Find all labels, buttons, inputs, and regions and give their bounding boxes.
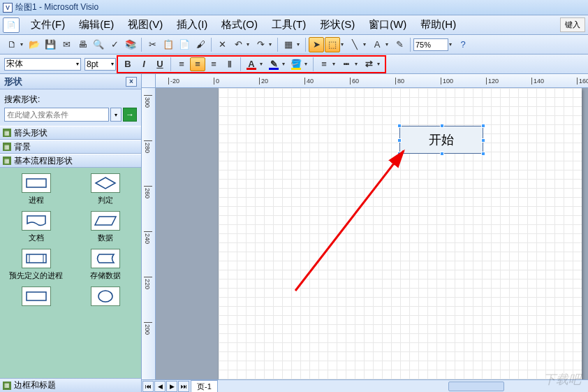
nav-last-button[interactable]: ⏭ xyxy=(178,381,189,392)
font-name-combo[interactable]: 宋体▾ xyxy=(4,58,81,71)
separator xyxy=(305,38,306,52)
stencil-backgrounds[interactable]: ▦背景 xyxy=(0,140,141,154)
menu-window[interactable]: 窗口(W) xyxy=(362,16,413,34)
office-button-icon[interactable]: 📄 xyxy=(3,17,20,33)
pointer-tool-button[interactable]: ➤ xyxy=(309,37,324,52)
line-ends-dropdown[interactable]: ▾ xyxy=(377,61,383,67)
search-go-button[interactable]: → xyxy=(123,108,137,122)
connector-tool-button[interactable]: ⬚ xyxy=(325,37,340,52)
delete-button[interactable]: ✕ xyxy=(214,37,230,52)
undo-button[interactable]: ↶ xyxy=(230,37,246,52)
type-question-box[interactable]: 键入 xyxy=(560,17,585,32)
shapes-dropdown[interactable]: ▾ xyxy=(297,41,302,48)
menu-view[interactable]: 视图(V) xyxy=(121,16,170,34)
redo-button[interactable]: ↷ xyxy=(253,37,268,52)
format-painter-button[interactable]: 🖌 xyxy=(193,37,208,52)
shape-decision[interactable]: 判定 xyxy=(72,173,138,205)
resize-handle-sw[interactable] xyxy=(397,152,402,156)
ink-button[interactable]: ✎ xyxy=(392,37,407,52)
menu-edit[interactable]: 编辑(E) xyxy=(72,16,121,34)
nav-prev-button[interactable]: ◀ xyxy=(154,381,166,392)
menu-shapes[interactable]: 形状(S) xyxy=(313,16,362,34)
line-weight-button[interactable]: ≡ xyxy=(316,57,332,71)
redo-dropdown[interactable]: ▾ xyxy=(269,41,274,48)
shapes-panel-header: 形状 × xyxy=(0,74,141,89)
help-button[interactable]: ? xyxy=(455,37,471,52)
shape-process[interactable]: 进程 xyxy=(3,173,69,205)
close-panel-button[interactable]: × xyxy=(126,77,137,87)
menu-format[interactable]: 格式(O) xyxy=(214,16,265,34)
page-tab-1[interactable]: 页-1 xyxy=(191,380,218,393)
line-color-button[interactable]: ✎ xyxy=(266,57,281,71)
line-weight-dropdown[interactable]: ▾ xyxy=(332,61,338,67)
menu-help[interactable]: 帮助(H) xyxy=(413,16,463,34)
fill-color-button[interactable]: 🪣 xyxy=(288,57,304,71)
cut-button[interactable]: ✂ xyxy=(145,37,160,52)
start-shape[interactable]: 开始 xyxy=(399,126,483,154)
font-color-button[interactable]: A xyxy=(244,57,259,71)
menu-insert[interactable]: 插入(I) xyxy=(170,16,214,34)
text-tool-button[interactable]: A xyxy=(369,37,385,52)
undo-dropdown[interactable]: ▾ xyxy=(247,41,252,48)
line-pattern-dropdown[interactable]: ▾ xyxy=(355,61,360,67)
resize-handle-se[interactable] xyxy=(481,152,485,156)
align-center-button[interactable]: ≡ xyxy=(190,57,205,71)
menu-file[interactable]: 文件(F) xyxy=(24,16,72,34)
shape-predefined[interactable]: 预先定义的进程 xyxy=(3,249,69,281)
search-input[interactable] xyxy=(4,108,109,122)
spelling-button[interactable]: ✓ xyxy=(107,37,122,52)
resize-handle-w[interactable] xyxy=(397,138,402,143)
zoom-combo[interactable]: 75% xyxy=(413,38,448,51)
font-size-combo[interactable]: 8pt▾ xyxy=(84,58,116,71)
print-preview-button[interactable]: 🔍 xyxy=(91,37,106,52)
distribute-button[interactable]: ⫴ xyxy=(222,57,237,71)
resize-handle-ne[interactable] xyxy=(481,124,485,128)
research-button[interactable]: 📚 xyxy=(123,37,138,52)
bold-button[interactable]: B xyxy=(120,57,135,71)
stencil-arrows[interactable]: ▦箭头形状 xyxy=(0,126,141,140)
zoom-dropdown[interactable]: ▾ xyxy=(449,41,455,48)
paste-button[interactable]: 📄 xyxy=(177,37,192,52)
line-dropdown[interactable]: ▾ xyxy=(363,41,369,48)
hscroll-thumb[interactable] xyxy=(448,382,504,391)
align-right-button[interactable]: ≡ xyxy=(206,57,221,71)
copy-button[interactable]: 📋 xyxy=(161,37,176,52)
shape-storage[interactable]: 存储数据 xyxy=(72,249,138,281)
menu-tools[interactable]: 工具(T) xyxy=(265,16,313,34)
ruler-vertical[interactable]: 300 280 260 240 220 200 xyxy=(142,88,156,379)
drawing-page[interactable]: 开始 xyxy=(219,88,582,379)
ruler-horizontal[interactable]: -20 0 20 40 60 80 100 120 140 160 xyxy=(156,74,588,88)
stencil-flowchart[interactable]: ▦基本流程图形状 xyxy=(0,154,141,168)
print-button[interactable]: 🖶 xyxy=(75,37,90,52)
save-button[interactable]: 💾 xyxy=(43,37,58,52)
new-dropdown[interactable]: ▾ xyxy=(20,41,26,48)
resize-handle-n[interactable] xyxy=(440,124,444,128)
text-dropdown[interactable]: ▾ xyxy=(385,41,391,48)
resize-handle-e[interactable] xyxy=(481,138,485,143)
shape-data[interactable]: 数据 xyxy=(72,211,138,243)
line-ends-button[interactable]: ⇄ xyxy=(361,57,376,71)
align-left-button[interactable]: ≡ xyxy=(174,57,189,71)
line-pattern-button[interactable]: ┅ xyxy=(339,57,354,71)
shape-document[interactable]: 文档 xyxy=(3,211,69,243)
nav-next-button[interactable]: ▶ xyxy=(166,381,177,392)
line-tool-button[interactable]: ╲ xyxy=(347,37,362,52)
open-button[interactable]: 📂 xyxy=(27,37,42,52)
search-dropdown[interactable]: ▾ xyxy=(110,108,122,122)
shapes-window-button[interactable]: ▦ xyxy=(281,37,296,52)
new-button[interactable]: 🗋 xyxy=(4,37,20,52)
resize-handle-nw[interactable] xyxy=(397,124,402,128)
nav-first-button[interactable]: ⏮ xyxy=(142,381,154,392)
email-button[interactable]: ✉ xyxy=(59,37,74,52)
stencil-borders[interactable]: ▦边框和标题 xyxy=(0,378,141,392)
italic-button[interactable]: I xyxy=(136,57,152,71)
fill-color-dropdown[interactable]: ▾ xyxy=(304,61,310,67)
connector-dropdown[interactable]: ▾ xyxy=(341,41,346,48)
line-color-dropdown[interactable]: ▾ xyxy=(282,61,288,67)
font-color-dropdown[interactable]: ▾ xyxy=(260,61,265,67)
canvas-viewport[interactable]: 开始 xyxy=(156,88,588,379)
shape-circle[interactable] xyxy=(72,286,138,308)
resize-handle-s[interactable] xyxy=(440,152,444,156)
underline-button[interactable]: U xyxy=(152,57,168,71)
shape-rect2[interactable] xyxy=(3,286,69,308)
